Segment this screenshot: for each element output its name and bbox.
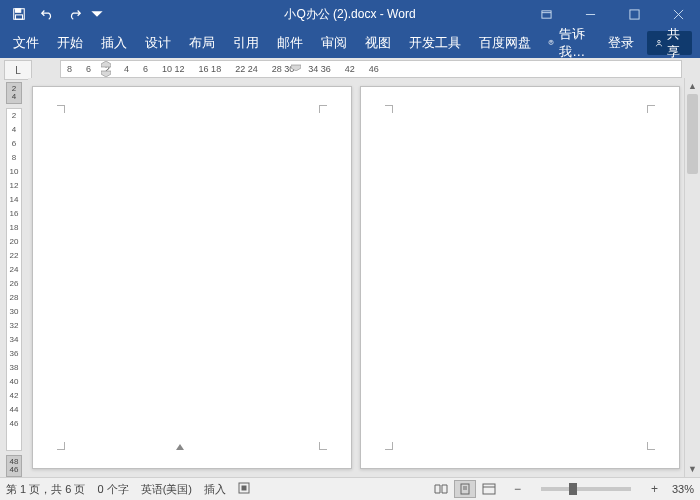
undo-button[interactable]: [34, 2, 60, 26]
crop-mark-icon: [51, 436, 65, 450]
zoom-slider[interactable]: [541, 487, 631, 491]
scroll-up-button[interactable]: ▲: [685, 78, 700, 94]
crop-mark-icon: [319, 105, 333, 119]
share-label: 共享: [667, 25, 684, 61]
tab-baidu[interactable]: 百度网盘: [470, 28, 540, 58]
tab-review[interactable]: 审阅: [312, 28, 356, 58]
read-mode-button[interactable]: [430, 480, 452, 498]
tab-file[interactable]: 文件: [4, 28, 48, 58]
tab-home[interactable]: 开始: [48, 28, 92, 58]
zoom-level[interactable]: 33%: [672, 483, 694, 495]
crop-mark-icon: [647, 436, 661, 450]
svg-point-9: [658, 40, 661, 43]
zoom-slider-thumb[interactable]: [569, 483, 577, 495]
qat-customize-button[interactable]: [90, 2, 104, 26]
tab-layout[interactable]: 布局: [180, 28, 224, 58]
indent-marker-icon[interactable]: [101, 61, 111, 78]
tab-design[interactable]: 设计: [136, 28, 180, 58]
status-language[interactable]: 英语(美国): [141, 482, 192, 497]
page-2[interactable]: [360, 86, 680, 469]
minimize-button[interactable]: [568, 0, 612, 28]
status-macro-icon[interactable]: [238, 482, 250, 496]
zoom-out-button[interactable]: −: [512, 482, 523, 496]
crop-mark-icon: [647, 105, 661, 119]
svg-rect-2: [16, 15, 23, 19]
document-area[interactable]: [28, 78, 684, 477]
svg-rect-5: [629, 9, 638, 18]
tab-selector[interactable]: L: [4, 60, 32, 80]
tell-me-search[interactable]: 告诉我…: [540, 25, 599, 61]
ribbon-options-button[interactable]: [524, 0, 568, 28]
close-button[interactable]: [656, 0, 700, 28]
horizontal-ruler-row: L 8 6 2 4 6 10 12 16 18 22 24 28 30 34 3…: [0, 58, 700, 78]
maximize-button[interactable]: [612, 0, 656, 28]
status-page[interactable]: 第 1 页，共 6 页: [6, 482, 85, 497]
status-bar: 第 1 页，共 6 页 0 个字 英语(美国) 插入 − + 33%: [0, 477, 700, 500]
vruler-bottom-margin: 48 46: [6, 455, 22, 477]
save-button[interactable]: [6, 2, 32, 26]
vertical-ruler[interactable]: 2468101214161820222426283032343638404244…: [6, 108, 22, 451]
svg-rect-15: [483, 484, 495, 494]
vruler-top-margin: 2 4: [6, 82, 22, 104]
redo-button[interactable]: [62, 2, 88, 26]
status-word-count[interactable]: 0 个字: [97, 482, 128, 497]
window-title: 小Q办公 (2).docx - Word: [284, 6, 415, 23]
crop-mark-icon: [51, 105, 65, 119]
svg-rect-11: [242, 486, 246, 490]
status-insert-mode[interactable]: 插入: [204, 482, 226, 497]
scroll-down-button[interactable]: ▼: [685, 461, 700, 477]
svg-rect-3: [541, 10, 550, 17]
scroll-track[interactable]: [685, 94, 700, 461]
tab-mailings[interactable]: 邮件: [268, 28, 312, 58]
window-controls: [524, 0, 700, 28]
print-layout-button[interactable]: [454, 480, 476, 498]
horizontal-ruler[interactable]: 8 6 2 4 6 10 12 16 18 22 24 28 30 34 36 …: [60, 60, 682, 78]
page-1[interactable]: [32, 86, 352, 469]
tab-references[interactable]: 引用: [224, 28, 268, 58]
tab-developer[interactable]: 开发工具: [400, 28, 470, 58]
title-bar: 小Q办公 (2).docx - Word: [0, 0, 700, 28]
zoom-in-button[interactable]: +: [649, 482, 660, 496]
right-indent-marker-icon[interactable]: [291, 61, 301, 73]
crop-mark-icon: [319, 436, 333, 450]
workspace: 2 4 246810121416182022242628303234363840…: [0, 78, 700, 477]
scroll-thumb[interactable]: [687, 94, 698, 174]
vertical-ruler-column: 2 4 246810121416182022242628303234363840…: [0, 78, 28, 477]
crop-mark-icon: [379, 105, 393, 119]
ribbon-tabs: 文件 开始 插入 设计 布局 引用 邮件 审阅 视图 开发工具 百度网盘 告诉我…: [0, 28, 700, 58]
svg-rect-1: [16, 9, 21, 13]
footer-caret-icon: [176, 444, 184, 450]
crop-mark-icon: [379, 436, 393, 450]
tab-view[interactable]: 视图: [356, 28, 400, 58]
signin-button[interactable]: 登录: [599, 28, 643, 58]
vertical-scrollbar[interactable]: ▲ ▼: [684, 78, 700, 477]
web-layout-button[interactable]: [478, 480, 500, 498]
view-mode-buttons: [430, 480, 500, 498]
tell-me-label: 告诉我…: [559, 25, 591, 61]
share-button[interactable]: 共享: [647, 31, 692, 55]
tab-insert[interactable]: 插入: [92, 28, 136, 58]
quick-access-toolbar: [0, 2, 104, 26]
